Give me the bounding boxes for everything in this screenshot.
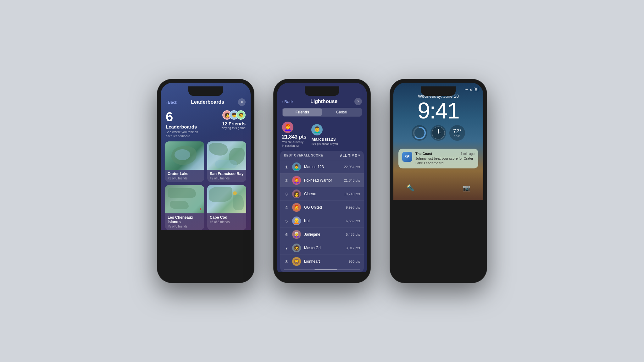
lb-score-3: 19,740 pts: [344, 192, 360, 196]
map-card-cape-cod[interactable]: Cape Cod #3 of 8 friends: [207, 185, 246, 230]
phone-lockscreen: ▪▪▪ ▲ ▮ Wednesday, June 28 9:41: [390, 79, 487, 283]
wifi-icon: ▲: [469, 87, 473, 91]
phone-lighthouse: ‹ Back Lighthouse × Friends Global 👩‍🦰 2…: [273, 79, 371, 283]
notch-2: [305, 86, 339, 96]
lockscreen-bottom-bar: 🔦 📷: [393, 182, 483, 194]
tab-global[interactable]: Global: [322, 108, 361, 116]
lb-avatar-7: 🧔: [292, 244, 301, 252]
chevron-left-icon-2: ‹: [282, 99, 283, 104]
leaderboard-list: BEST OVERALL SCORE All Time ▾ 1 👨‍🦱 Marc…: [280, 151, 364, 272]
widget-clock: [430, 125, 446, 141]
lb-score-6: 5,483 pts: [346, 233, 360, 236]
lb-row-2: 2 👩‍🦰 Foxhead Warrior 21,843 pts: [280, 173, 364, 187]
close-button-2[interactable]: ×: [354, 98, 362, 105]
nav-title-1: Leaderboards: [191, 99, 224, 105]
friends-section: 👩 👦 👨 12 Friends Playing this game: [221, 110, 246, 130]
map-image-crater-lake: [165, 141, 204, 170]
leaderboard-count-section: 6 Leaderboards See where you rank oneach…: [166, 110, 198, 138]
leaderboard-sub: See where you rank oneach leaderboard: [166, 130, 198, 138]
nav-bar-2: ‹ Back Lighthouse ×: [277, 96, 367, 108]
widget-temperature: 72° 52 89: [449, 125, 465, 141]
signal-icon: ▪▪▪: [464, 87, 468, 91]
scroll-indicator: [284, 269, 360, 270]
map-card-info-cape-cod: Cape Cod #3 of 8 friends: [207, 213, 246, 226]
temp-range: 52 89: [454, 135, 460, 138]
notch-1: [188, 86, 223, 96]
current-user-sub: You are currentlyin position #2: [282, 140, 306, 148]
map-image-cape-cod: [207, 185, 246, 213]
notification-body: Johnny just beat your score for Crater L…: [415, 156, 475, 165]
lb-rank-3: 3: [284, 192, 289, 196]
friends-count: 12 Friends: [221, 121, 246, 126]
lb-row-5: 5 👱 Kai 6,582 pts: [280, 214, 364, 228]
notification-card[interactable]: 🗺 The Coast 1 min ago Johnny just beat y…: [398, 149, 478, 168]
map-image-sf-bay: [207, 141, 246, 170]
lb-name-1: Marcus!123: [304, 165, 341, 169]
map-card-rank-sf-bay: #2 of 8 friends: [210, 177, 244, 180]
map-card-name-sf-bay: San Francisco Bay: [210, 172, 244, 176]
lb-rank-6: 6: [284, 232, 289, 237]
leaderboard-label: Leaderboards: [166, 124, 198, 129]
camera-icon[interactable]: 📷: [461, 182, 472, 194]
flashlight-icon[interactable]: 🔦: [405, 182, 416, 194]
lb-row-6: 6 👩‍🦳 Janiejane 5,483 pts: [280, 228, 364, 241]
leaderboard-count: 6: [166, 110, 198, 123]
lb-avatar-2: 👩‍🦰: [292, 176, 301, 185]
lb-name-3: Cloeax: [304, 192, 341, 196]
opponent-ahead: 221 pts ahead of you: [311, 142, 338, 145]
map-card-rank-crater-lake: #1 of 8 friends: [168, 177, 202, 180]
lb-name-4: GG United: [304, 205, 343, 210]
chevron-left-icon: ‹: [166, 100, 167, 105]
lb-rank-7: 7: [284, 246, 289, 250]
tab-friends[interactable]: Friends: [283, 108, 322, 116]
lb-score-2: 21,843 pts: [344, 178, 360, 182]
lb-score-5: 6,582 pts: [346, 219, 360, 223]
close-button-1[interactable]: ×: [238, 98, 246, 106]
map-card-name-cape-cod: Cape Cod: [210, 215, 244, 220]
lb-score-7: 3,017 pts: [346, 246, 360, 250]
lb-row-1: 1 👨‍🦱 Marcus!123 22,064 pts: [280, 160, 364, 173]
lb-row-7: 7 🧔 MasterGrill 3,017 pts: [280, 241, 364, 255]
notification-content: The Coast 1 min ago Johnny just beat you…: [415, 152, 475, 165]
back-button-1[interactable]: ‹ Back: [166, 100, 177, 105]
nav-bar-1: ‹ Back Leaderboards ×: [161, 96, 251, 108]
temp-value: 72°: [453, 128, 461, 135]
map-card-name-les-cheneaux: Les Cheneaux Islands: [168, 215, 202, 224]
map-card-rank-cape-cod: #3 of 8 friends: [210, 220, 244, 224]
map-grid: Crater Lake #1 of 8 friends San Francisc…: [161, 141, 251, 230]
lb-name-2: Foxhead Warrior: [304, 178, 341, 183]
lb-rank-1: 1: [284, 165, 289, 169]
lb-avatar-1: 👨‍🦱: [292, 162, 301, 171]
lock-time: 9:41: [393, 99, 483, 122]
opponent-avatar: 👨‍🦱: [311, 124, 323, 135]
lb-avatar-3: 👩: [292, 189, 301, 198]
lb-name-5: Kai: [304, 219, 343, 223]
lb-score-8: 930 pts: [349, 260, 360, 263]
notification-header: The Coast 1 min ago: [415, 152, 475, 156]
segment-control[interactable]: Friends Global: [282, 108, 362, 117]
opponent-stats: 👨‍🦱 Marcus!123 221 pts ahead of you: [311, 124, 338, 148]
clock-icon: [431, 126, 445, 140]
time-filter[interactable]: All Time ▾: [340, 153, 360, 157]
close-icon-1: ×: [241, 100, 243, 104]
back-label-2: Back: [284, 99, 293, 104]
map-image-les-cheneaux: [165, 185, 204, 213]
map-card-info-crater-lake: Crater Lake #1 of 8 friends: [165, 170, 204, 182]
opponent-name: Marcus!123: [311, 137, 338, 142]
lb-avatar-4: 🧑‍🦰: [292, 203, 301, 212]
lb-header-label: BEST OVERALL SCORE: [284, 154, 323, 157]
map-card-info-sf-bay: San Francisco Bay #2 of 8 friends: [207, 170, 246, 182]
notification-app-icon: 🗺: [402, 152, 412, 162]
map-card-les-cheneaux[interactable]: Les Cheneaux Islands #5 of 8 friends: [165, 185, 204, 230]
widget-activity: [412, 125, 427, 141]
notification-app-name: The Coast: [415, 152, 432, 156]
avatars-row: 👩 👦 👨: [221, 110, 246, 120]
back-button-2[interactable]: ‹ Back: [282, 99, 293, 104]
map-card-rank-les-cheneaux: #5 of 8 friends: [168, 225, 202, 228]
lb-rank-2: 2: [284, 178, 289, 183]
map-card-info-les-cheneaux: Les Cheneaux Islands #5 of 8 friends: [165, 213, 204, 230]
map-card-crater-lake[interactable]: Crater Lake #1 of 8 friends: [165, 141, 204, 182]
close-icon-2: ×: [357, 99, 359, 104]
map-card-sf-bay[interactable]: San Francisco Bay #2 of 8 friends: [207, 141, 246, 182]
friends-sub: Playing this game: [221, 126, 246, 130]
